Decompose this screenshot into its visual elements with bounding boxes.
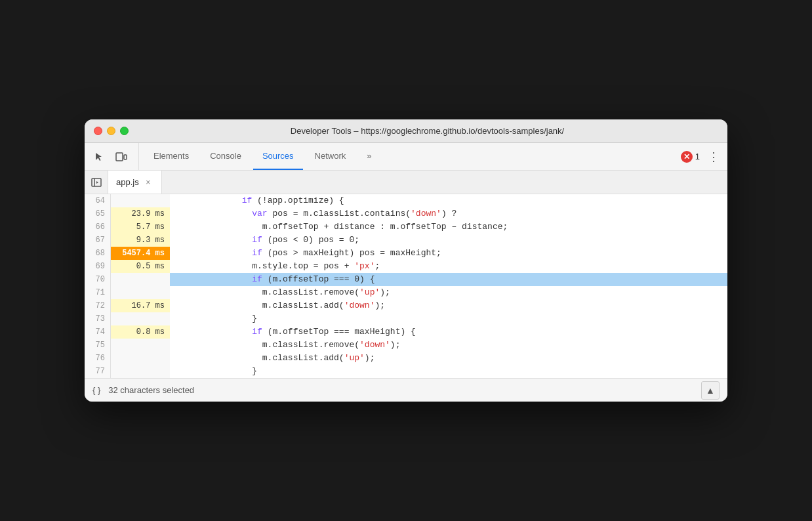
code-line-70: 70 if (m.offsetTop === 0) {: [85, 273, 727, 286]
devtools-toolbar: Elements Console Sources Network » ✕ 1 ⋮: [85, 143, 727, 171]
code-line-77: 77 }: [85, 365, 727, 378]
line-number: 69: [85, 260, 111, 273]
sidebar-toggle-button[interactable]: [85, 171, 108, 194]
format-icon: { }: [92, 385, 100, 395]
selection-status: 32 characters selected: [108, 385, 693, 395]
scroll-to-top-button[interactable]: ▲: [701, 381, 720, 400]
line-number: 65: [85, 207, 111, 220]
timing-cell: [111, 352, 170, 365]
error-count: 1: [695, 152, 700, 161]
timing-cell: [111, 286, 170, 299]
code-content: var pos = m.classList.contains('down') ?: [170, 207, 727, 220]
code-line-69: 690.5 ms m.style.top = pos + 'px';: [85, 260, 727, 273]
code-line-72: 7216.7 ms m.classList.add('down');: [85, 299, 727, 312]
timing-cell: 5457.4 ms: [111, 247, 170, 260]
tab-more[interactable]: »: [357, 143, 380, 170]
timing-cell: 16.7 ms: [111, 299, 170, 312]
minimize-button[interactable]: [107, 127, 115, 135]
code-line-66: 665.7 ms m.offsetTop + distance : m.offs…: [85, 220, 727, 234]
code-content: m.style.top = pos + 'px';: [170, 260, 727, 273]
code-content: m.classList.remove('down');: [170, 339, 727, 352]
statusbar: { } 32 characters selected ▲: [85, 378, 727, 402]
toolbar-icons: [90, 143, 139, 170]
svg-rect-1: [124, 155, 127, 159]
error-badge[interactable]: ✕ 1: [681, 151, 700, 163]
scroll-icon: ▲: [706, 385, 715, 396]
traffic-lights: [94, 127, 129, 135]
line-number: 73: [85, 312, 111, 325]
timing-cell: [111, 365, 170, 378]
line-number: 74: [85, 325, 111, 339]
code-line-75: 75 m.classList.remove('down');: [85, 339, 727, 352]
code-line-71: 71 m.classList.remove('up');: [85, 286, 727, 299]
code-content: }: [170, 365, 727, 378]
timing-cell: 0.5 ms: [111, 260, 170, 273]
line-number: 66: [85, 220, 111, 234]
file-tab-appjs[interactable]: app.js ×: [108, 171, 162, 194]
close-button[interactable]: [94, 127, 102, 135]
line-number: 70: [85, 273, 111, 286]
code-line-64: 64 if (!app.optimize) {: [85, 194, 727, 207]
code-content: m.offsetTop + distance : m.offsetTop – d…: [170, 220, 727, 234]
code-content: if (pos < 0) pos = 0;: [170, 234, 727, 247]
timing-cell: [111, 273, 170, 286]
timing-cell: [111, 312, 170, 325]
code-content: if (m.offsetTop === maxHeight) {: [170, 325, 727, 339]
toolbar-right: ✕ 1 ⋮: [681, 143, 722, 170]
line-number: 67: [85, 234, 111, 247]
titlebar: Developer Tools – https://googlechrome.g…: [85, 119, 727, 143]
code-content: if (m.offsetTop === 0) {: [170, 273, 727, 286]
tab-network[interactable]: Network: [306, 143, 355, 170]
svg-marker-4: [96, 181, 98, 184]
devtools-window: Developer Tools – https://googlechrome.g…: [85, 119, 727, 402]
code-content: }: [170, 312, 727, 325]
code-content: m.classList.add('up');: [170, 352, 727, 365]
code-line-73: 73 }: [85, 312, 727, 325]
code-line-65: 6523.9 ms var pos = m.classList.contains…: [85, 207, 727, 220]
timing-cell: [111, 339, 170, 352]
code-content: m.classList.add('down');: [170, 299, 727, 312]
code-line-68: 685457.4 ms if (pos > maxHeight) pos = m…: [85, 247, 727, 260]
timing-cell: 9.3 ms: [111, 234, 170, 247]
more-menu-button[interactable]: ⋮: [705, 150, 722, 164]
svg-rect-0: [116, 153, 123, 161]
file-tab-close-button[interactable]: ×: [143, 177, 153, 188]
tab-sources[interactable]: Sources: [253, 143, 303, 170]
code-content: m.classList.remove('up');: [170, 286, 727, 299]
line-number: 75: [85, 339, 111, 352]
file-tab-name: app.js: [116, 177, 139, 187]
device-toggle-icon[interactable]: [112, 148, 131, 166]
format-button[interactable]: { }: [92, 385, 100, 395]
timing-cell: [111, 194, 170, 207]
tab-console[interactable]: Console: [201, 143, 251, 170]
code-line-67: 679.3 ms if (pos < 0) pos = 0;: [85, 234, 727, 247]
file-tabbar: app.js ×: [85, 171, 727, 194]
code-line-76: 76 m.classList.add('up');: [85, 352, 727, 365]
timing-cell: 0.8 ms: [111, 325, 170, 339]
tab-elements[interactable]: Elements: [144, 143, 198, 170]
line-number: 71: [85, 286, 111, 299]
line-number: 77: [85, 365, 111, 378]
timing-cell: 23.9 ms: [111, 207, 170, 220]
code-content: if (pos > maxHeight) pos = maxHeight;: [170, 247, 727, 260]
code-content: if (!app.optimize) {: [170, 194, 727, 207]
code-editor[interactable]: 64 if (!app.optimize) {6523.9 ms var pos…: [85, 194, 727, 378]
code-line-74: 740.8 ms if (m.offsetTop === maxHeight) …: [85, 325, 727, 339]
window-title: Developer Tools – https://googlechrome.g…: [136, 126, 718, 136]
line-number: 64: [85, 194, 111, 207]
maximize-button[interactable]: [120, 127, 129, 135]
error-icon: ✕: [681, 151, 693, 163]
line-number: 72: [85, 299, 111, 312]
line-number: 76: [85, 352, 111, 365]
timing-cell: 5.7 ms: [111, 220, 170, 234]
cursor-icon[interactable]: [90, 148, 108, 166]
line-number: 68: [85, 247, 111, 260]
